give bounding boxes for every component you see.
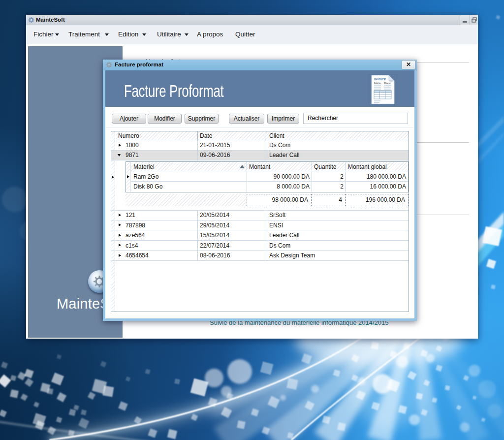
svg-text:INVOICE: INVOICE [374, 78, 386, 81]
svg-text:Sold to: Sold to [374, 82, 381, 84]
svg-text:Ship to: Ship to [384, 82, 391, 84]
